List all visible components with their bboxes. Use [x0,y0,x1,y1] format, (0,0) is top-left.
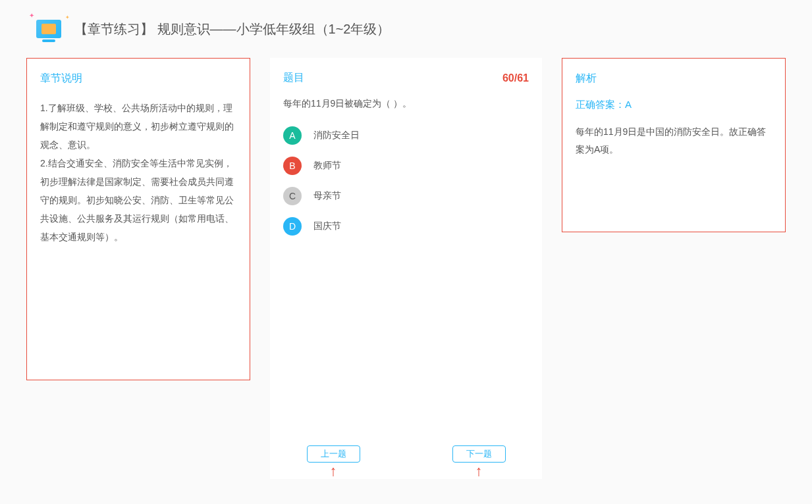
page-title: 【章节练习】 规则意识——小学低年级组（1~2年级） [74,20,390,38]
option-text-b: 教师节 [313,160,341,172]
option-text-a: 消防安全日 [313,130,360,141]
analysis-panel-title: 解析 [576,72,772,86]
option-badge-d: D [283,217,302,236]
option-a[interactable]: A 消防安全日 [283,126,529,145]
chapter-description-title: 章节说明 [40,72,236,86]
option-badge-c: C [283,187,302,205]
page-logo-icon: ✦ ✦ [33,13,65,45]
option-badge-b: B [283,157,302,175]
analysis-text: 每年的11月9日是中国的消防安全日。故正确答案为A项。 [576,123,772,158]
arrow-indicator-icon: ↑ [475,464,483,478]
option-d[interactable]: D 国庆节 [283,217,529,236]
question-text: 每年的11月9日被确定为（ ）。 [283,98,529,110]
chapter-description-text: 1.了解班级、学校、公共场所活动中的规则，理解制定和遵守规则的意义，初步树立遵守… [40,99,236,246]
next-question-button[interactable]: 下一题 [452,445,506,463]
option-c[interactable]: C 母亲节 [283,187,529,205]
chapter-description-panel: 章节说明 1.了解班级、学校、公共场所活动中的规则，理解制定和遵守规则的意义，初… [26,58,250,380]
question-panel: 题目 60/61 每年的11月9日被确定为（ ）。 A 消防安全日 B 教师节 … [270,58,542,479]
analysis-panel: 解析 正确答案：A 每年的11月9日是中国的消防安全日。故正确答案为A项。 [562,58,786,232]
option-b[interactable]: B 教师节 [283,157,529,175]
option-text-d: 国庆节 [313,220,341,232]
option-text-c: 母亲节 [313,190,341,202]
question-counter: 60/61 [502,72,529,84]
question-panel-title: 题目 [283,71,304,85]
prev-question-button[interactable]: 上一题 [307,445,360,463]
option-badge-a: A [283,126,302,145]
arrow-indicator-icon: ↑ [330,464,337,478]
correct-answer-label: 正确答案：A [576,99,772,111]
